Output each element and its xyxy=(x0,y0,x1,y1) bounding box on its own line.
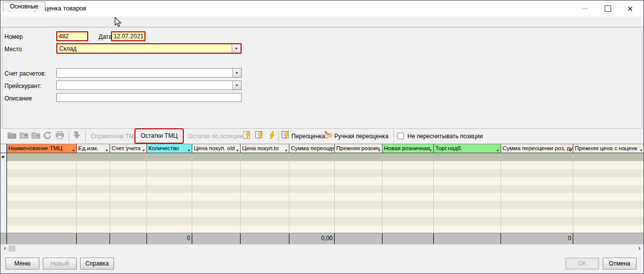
grid-cell[interactable] xyxy=(110,217,147,225)
grid-header-cell[interactable]: Ед.изм.▼ xyxy=(77,144,110,153)
column-filter-icon[interactable]: ▼ xyxy=(187,147,191,153)
grid-cell[interactable] xyxy=(192,193,241,201)
grid-cell[interactable] xyxy=(77,169,110,177)
close-button[interactable]: ✕ xyxy=(620,0,640,16)
grid-cell[interactable] xyxy=(7,169,77,177)
grid-cell[interactable] xyxy=(77,201,110,209)
grid-cell[interactable] xyxy=(434,217,501,225)
grid-cell[interactable] xyxy=(573,209,644,217)
price-list-dropdown-button[interactable]: ▼ xyxy=(232,81,241,90)
table-row[interactable]: ► xyxy=(0,153,644,161)
grid-cell[interactable] xyxy=(335,193,383,201)
place-combobox[interactable]: Склад ▼ xyxy=(56,43,242,54)
grid-cell[interactable] xyxy=(147,225,192,233)
grid-cell[interactable] xyxy=(110,177,147,185)
grid-cell[interactable] xyxy=(110,225,147,233)
grid-cell[interactable] xyxy=(501,153,573,161)
grid-cell[interactable] xyxy=(434,185,501,193)
grid-cell[interactable] xyxy=(383,201,434,209)
grid-cell[interactable] xyxy=(192,177,241,185)
grid-cell[interactable] xyxy=(289,185,335,193)
grid-cell[interactable] xyxy=(7,177,77,185)
grid-cell[interactable] xyxy=(501,161,573,169)
column-filter-icon[interactable]: ▼ xyxy=(142,147,145,153)
grid-cell[interactable] xyxy=(7,185,77,193)
grid-cell[interactable] xyxy=(573,169,644,177)
grid-cell[interactable] xyxy=(241,201,289,209)
settlement-account-combobox[interactable]: ▼ xyxy=(56,68,242,78)
grid-cell[interactable] xyxy=(110,209,147,217)
grid-header-cell[interactable]: Количество▼ xyxy=(147,144,192,153)
grid-cell[interactable] xyxy=(110,193,147,201)
recalc-positions-checkbox[interactable] xyxy=(397,133,404,139)
grid-cell[interactable] xyxy=(7,217,77,225)
grid-cell[interactable] xyxy=(289,217,335,225)
grid-cell[interactable] xyxy=(335,161,383,169)
grid-cell[interactable] xyxy=(573,193,644,201)
revaluation-button[interactable]: Переоценка xyxy=(291,129,325,144)
grid-header-cell[interactable]: Наименование ТМЦ▼ xyxy=(7,144,77,153)
grid-header-cell[interactable]: Новая розничная▼ xyxy=(383,144,434,153)
grid-cell[interactable] xyxy=(241,225,289,233)
grid-cell[interactable] xyxy=(7,161,77,169)
grid-cell[interactable] xyxy=(241,177,289,185)
grid-cell[interactable] xyxy=(147,201,192,209)
grid-cell[interactable] xyxy=(192,153,241,161)
grid-cell[interactable] xyxy=(110,169,147,177)
grid-cell[interactable] xyxy=(434,201,501,209)
stock-tmc-button[interactable]: Остатки ТМЦ xyxy=(134,128,184,144)
grid-header-cell[interactable]: Сумма переоцен▼ xyxy=(289,144,335,153)
grid-cell[interactable] xyxy=(77,161,110,169)
grid-cell[interactable] xyxy=(241,209,289,217)
grid-header-cell[interactable]: Цена покуп.to▼ xyxy=(241,144,289,153)
grid-cell[interactable] xyxy=(147,177,192,185)
grid-cell[interactable] xyxy=(110,153,147,161)
grid-header-cell[interactable]: Прежняя цена с наценк▼ xyxy=(573,144,644,153)
grid-cell[interactable] xyxy=(289,193,335,201)
column-filter-icon[interactable]: ▼ xyxy=(568,147,572,153)
grid-cell[interactable] xyxy=(289,209,335,217)
grid-cell[interactable] xyxy=(383,153,434,161)
grid-cell[interactable] xyxy=(241,217,289,225)
grid-cell[interactable] xyxy=(7,225,77,233)
table-row[interactable] xyxy=(0,217,644,225)
grid-cell[interactable] xyxy=(192,185,241,193)
grid-cell[interactable] xyxy=(434,153,501,161)
grid-cell[interactable] xyxy=(289,177,335,185)
import-icon[interactable] xyxy=(72,131,82,140)
grid-cell[interactable] xyxy=(383,177,434,185)
grid-cell[interactable] xyxy=(383,209,434,217)
grid-header-cell[interactable]: Счет учета▼ xyxy=(110,144,147,153)
table-row[interactable] xyxy=(0,225,644,233)
grid-cell[interactable] xyxy=(335,225,383,233)
grid-cell[interactable] xyxy=(147,169,192,177)
grid-cell[interactable] xyxy=(573,185,644,193)
grid-cell[interactable] xyxy=(110,161,147,169)
grid-cell[interactable] xyxy=(501,169,573,177)
grid-cell[interactable] xyxy=(77,153,110,161)
horizontal-scrollbar[interactable]: ‹ › xyxy=(0,244,644,252)
grid-cell[interactable] xyxy=(147,209,192,217)
cancel-button[interactable]: Отмена xyxy=(603,258,637,270)
grid-cell[interactable] xyxy=(241,185,289,193)
grid-cell[interactable] xyxy=(434,169,501,177)
open-folder-icon[interactable] xyxy=(7,131,17,140)
scrollbar-thumb[interactable] xyxy=(8,246,15,252)
grid-cell[interactable] xyxy=(7,201,77,209)
grid-cell[interactable] xyxy=(192,209,241,217)
grid-cell[interactable] xyxy=(7,153,77,161)
grid-cell[interactable] xyxy=(289,225,335,233)
grid-cell[interactable] xyxy=(192,201,241,209)
grid-cell[interactable] xyxy=(383,185,434,193)
column-filter-icon[interactable]: ▼ xyxy=(72,147,75,153)
grid-cell[interactable] xyxy=(77,193,110,201)
column-filter-icon[interactable]: ▼ xyxy=(640,147,643,153)
grid-cell[interactable] xyxy=(289,201,335,209)
grid-cell[interactable] xyxy=(573,225,644,233)
grid-cell[interactable] xyxy=(434,225,501,233)
grid-cell[interactable] xyxy=(77,177,110,185)
grid-cell[interactable] xyxy=(335,185,383,193)
grid-cell[interactable] xyxy=(77,217,110,225)
grid-cell[interactable] xyxy=(573,153,644,161)
grid-cell[interactable] xyxy=(241,169,289,177)
